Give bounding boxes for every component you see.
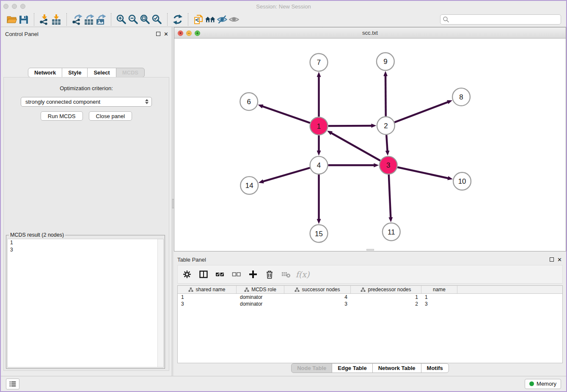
tab-motifs[interactable]: Motifs (421, 363, 449, 373)
tab-node-table[interactable]: Node Table (291, 363, 332, 373)
svg-text:3: 3 (386, 161, 390, 169)
deselect-all-icon[interactable] (231, 269, 242, 279)
import-table-icon[interactable] (50, 14, 62, 25)
cell-shared-name: 1 (178, 294, 237, 300)
column-header-shared-name[interactable]: shared name (178, 286, 237, 293)
hide-eye-icon[interactable] (216, 14, 228, 25)
float-table-panel-icon[interactable] (550, 257, 554, 262)
chevron-updown-icon (145, 99, 149, 104)
app-title: Session: New Session (1, 3, 566, 10)
graph-node-6[interactable]: 6 (240, 93, 258, 110)
table-row[interactable]: 3dominator323 (178, 301, 562, 307)
tab-network-table[interactable]: Network Table (372, 363, 421, 373)
graph-edge-3-11[interactable] (389, 174, 391, 218)
graph-node-8[interactable]: 8 (452, 88, 470, 106)
graph-edge-3-1[interactable] (331, 133, 380, 160)
column-label: shared name (195, 287, 225, 293)
run-mcds-button[interactable]: Run MCDS (41, 111, 83, 121)
tab-network[interactable]: Network (28, 68, 62, 77)
graph-node-14[interactable]: 14 (240, 177, 258, 194)
float-panel-icon[interactable] (156, 32, 160, 36)
graph-node-7[interactable]: 7 (310, 53, 328, 71)
network-minimize-button[interactable]: − (186, 30, 192, 36)
optimization-label: Optimization criterion: (4, 85, 169, 91)
optimization-dropdown[interactable]: strongly connected component (21, 97, 152, 107)
graph-node-2[interactable]: 2 (377, 117, 395, 135)
column-label: predecessor nodes (368, 287, 411, 293)
table-row[interactable]: 1dominator411 (178, 294, 562, 301)
open-folder-icon[interactable] (6, 14, 18, 25)
graph-node-4[interactable]: 4 (310, 156, 328, 174)
mcds-result-box: MCDS result (2 nodes) 13 (6, 235, 165, 369)
show-eye-icon[interactable] (228, 14, 240, 25)
close-panel-button[interactable]: Close panel (89, 111, 132, 121)
graph-node-10[interactable]: 10 (453, 172, 471, 190)
column-header-mcds-role[interactable]: MCDS role (237, 286, 284, 293)
zoom-out-icon[interactable] (127, 14, 139, 25)
column-header-name[interactable]: name (421, 286, 457, 293)
main-toolbar-groups (6, 13, 240, 26)
network-maximize-button[interactable]: + (195, 30, 200, 36)
mcds-result-list[interactable]: 13 (7, 239, 164, 367)
cell-name: 1 (421, 294, 457, 300)
zoom-selected-icon[interactable] (151, 14, 163, 25)
close-panel-icon[interactable]: ✕ (164, 31, 168, 37)
graph-edge-1-6[interactable] (262, 106, 310, 123)
graph-node-11[interactable]: 11 (383, 223, 400, 241)
column-header-successor-nodes[interactable]: successor nodes (284, 286, 351, 293)
svg-text:15: 15 (315, 230, 323, 238)
network-canvas[interactable]: 7 9 6 8 1 2 4 3 14 10 15 11 (174, 39, 566, 251)
select-all-icon[interactable] (215, 269, 225, 279)
add-icon[interactable] (248, 269, 258, 279)
export-network-icon[interactable] (71, 14, 83, 25)
graph-edge-4-14[interactable] (263, 168, 310, 181)
toolbar-separator (167, 13, 168, 26)
save-icon[interactable] (18, 14, 30, 25)
graph-edge-3-10[interactable] (397, 167, 448, 178)
network-title: scc.txt (174, 30, 566, 36)
close-window-button[interactable] (3, 4, 8, 9)
task-history-button[interactable] (6, 378, 19, 389)
zoom-in-icon[interactable] (116, 14, 127, 25)
delete-icon[interactable] (264, 269, 275, 279)
memory-button[interactable]: Memory (525, 379, 561, 389)
status-bar: Memory (1, 376, 566, 391)
export-image-icon[interactable] (95, 14, 107, 25)
clone-network-icon[interactable] (193, 14, 204, 25)
result-scrollbar[interactable] (157, 239, 163, 367)
table-panel: Table Panel ✕ f(x) shared nameMCDS roles… (174, 253, 566, 376)
graph-node-3[interactable]: 3 (380, 156, 397, 174)
graph-node-1[interactable]: 1 (310, 117, 328, 135)
tab-edge-table[interactable]: Edge Table (332, 363, 372, 373)
maximize-window-button[interactable] (20, 4, 25, 9)
control-panel-title: Control Panel (5, 31, 39, 37)
zoom-fit-icon[interactable] (139, 14, 151, 25)
gear-icon[interactable] (182, 269, 192, 279)
network-close-button[interactable]: × (178, 30, 183, 36)
column-header-predecessor-nodes[interactable]: predecessor nodes (351, 286, 421, 293)
graph-node-15[interactable]: 15 (310, 225, 328, 243)
minimize-window-button[interactable] (12, 4, 17, 9)
search-input[interactable] (440, 14, 561, 25)
refresh-icon[interactable] (172, 14, 184, 25)
window-controls (3, 4, 25, 9)
column-label: successor nodes (302, 287, 340, 293)
graph-edge-2-8[interactable] (394, 102, 448, 122)
houses-icon[interactable] (204, 14, 216, 25)
result-line: 1 (8, 239, 163, 246)
search-wrap (440, 14, 561, 25)
delete-table-icon (281, 269, 291, 279)
tab-select[interactable]: Select (87, 68, 116, 77)
export-table-icon[interactable] (83, 14, 95, 25)
resize-grip-icon[interactable] (366, 249, 374, 251)
import-network-icon[interactable] (39, 14, 50, 25)
tab-mcds[interactable]: MCDS (116, 68, 145, 77)
graph-edge-2-9[interactable] (385, 76, 386, 116)
tree-icon (188, 287, 193, 292)
graph-edge-1-2[interactable] (328, 126, 372, 126)
columns-icon[interactable] (198, 269, 209, 279)
graph-edge-2-3[interactable] (386, 135, 387, 151)
close-table-panel-icon[interactable]: ✕ (557, 257, 562, 262)
tab-style[interactable]: Style (62, 68, 88, 77)
graph-node-9[interactable]: 9 (377, 52, 394, 70)
